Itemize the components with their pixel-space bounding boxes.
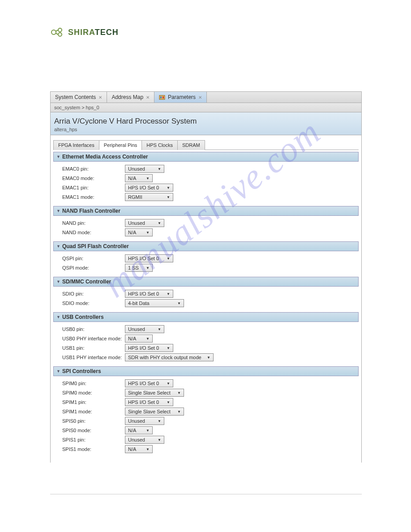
param-row: SPIM1 pin:HPS I/O Set 0▼ <box>62 398 357 406</box>
section-title: Ethernet Media Access Controller <box>62 154 148 160</box>
param-label: EMAC1 pin: <box>62 185 125 190</box>
section-header[interactable]: ▼USB Controllers <box>53 312 359 322</box>
param-label: SDIO mode: <box>62 300 125 306</box>
section-header[interactable]: ▼SPI Controllers <box>53 366 359 376</box>
param-row: SPIS1 pin:Unused▼ <box>62 436 357 444</box>
section-0: ▼Ethernet Media Access ControllerEMAC0 p… <box>53 152 359 204</box>
breadcrumb: soc_system > hps_0 <box>51 103 361 112</box>
svg-point-2 <box>58 33 62 36</box>
dropdown-value: N/A <box>128 428 136 433</box>
param-dropdown[interactable]: N/A▼ <box>125 174 153 182</box>
param-dropdown[interactable]: Unused▼ <box>125 325 164 333</box>
param-dropdown[interactable]: 1 SS▼ <box>125 264 153 272</box>
chevron-down-icon: ▼ <box>177 301 181 305</box>
param-row: SPIS0 pin:Unused▼ <box>62 417 357 425</box>
param-dropdown[interactable]: N/A▼ <box>125 445 153 453</box>
param-label: NAND pin: <box>62 220 125 226</box>
top-tab-1[interactable]: Address Map✕ <box>107 92 154 103</box>
chevron-down-icon: ▼ <box>158 327 161 331</box>
chevron-down-icon: ▼ <box>146 266 150 270</box>
sub-tab-1[interactable]: Peripheral Pins <box>99 140 142 150</box>
section-header[interactable]: ▼SD/MMC Controller <box>53 277 359 287</box>
page-subtitle: altera_hps <box>54 127 358 132</box>
param-label: USB1 pin: <box>62 345 125 351</box>
param-dropdown[interactable]: Unused▼ <box>125 436 164 444</box>
param-dropdown[interactable]: HPS I/O Set 0▼ <box>125 254 173 262</box>
param-dropdown[interactable]: HPS I/O Set 0▼ <box>125 379 173 387</box>
param-row: USB1 PHY interface mode:SDR with PHY clo… <box>62 353 357 361</box>
section-header[interactable]: ▼Quad SPI Flash Controller <box>53 241 359 251</box>
collapse-icon: ▼ <box>56 244 60 249</box>
collapse-icon: ▼ <box>56 209 60 213</box>
dropdown-value: HPS I/O Set 0 <box>128 399 159 405</box>
section-header[interactable]: ▼Ethernet Media Access Controller <box>53 152 359 162</box>
parameters-icon <box>159 94 165 100</box>
param-label: QSPI mode: <box>62 265 125 270</box>
dropdown-value: 4-bit Data <box>128 300 150 306</box>
param-dropdown[interactable]: Unused▼ <box>125 165 164 173</box>
param-label: SPIS0 mode: <box>62 428 125 433</box>
tab-label: Address Map <box>111 94 143 100</box>
chevron-down-icon: ▼ <box>167 292 170 296</box>
dropdown-value: N/A <box>128 336 136 341</box>
param-dropdown[interactable]: SDR with PHY clock output mode▼ <box>125 353 214 361</box>
title-bar: Arria V/Cyclone V Hard Processor System … <box>51 112 361 135</box>
param-dropdown[interactable]: Unused▼ <box>125 417 164 425</box>
chevron-down-icon: ▼ <box>207 356 210 360</box>
param-label: SPIS0 pin: <box>62 418 125 424</box>
tab-label: Parameters <box>168 94 196 100</box>
chevron-down-icon: ▼ <box>158 438 161 442</box>
param-label: SDIO pin: <box>62 291 125 296</box>
param-label: NAND mode: <box>62 230 125 235</box>
collapse-icon: ▼ <box>56 315 60 319</box>
dropdown-value: HPS I/O Set 0 <box>128 291 159 296</box>
sub-tab-2[interactable]: HPS Clocks <box>141 140 178 150</box>
dropdown-value: HPS I/O Set 0 <box>128 185 159 190</box>
dropdown-value: HPS I/O Set 0 <box>128 256 159 261</box>
param-dropdown[interactable]: HPS I/O Set 0▼ <box>125 398 173 406</box>
section-body: SDIO pin:HPS I/O Set 0▼SDIO mode:4-bit D… <box>53 287 359 310</box>
param-row: NAND mode:N/A▼ <box>62 228 357 236</box>
param-dropdown[interactable]: HPS I/O Set 0▼ <box>125 290 173 298</box>
sub-tab-3[interactable]: SDRAM <box>177 140 205 150</box>
dropdown-value: Unused <box>128 326 145 332</box>
collapse-icon: ▼ <box>56 369 60 373</box>
top-tab-2[interactable]: Parameters✕ <box>154 92 207 103</box>
page-title: Arria V/Cyclone V Hard Processor System <box>54 117 358 126</box>
section-title: SPI Controllers <box>62 368 101 374</box>
param-dropdown[interactable]: HPS I/O Set 0▼ <box>125 344 173 352</box>
param-row: NAND pin:Unused▼ <box>62 219 357 227</box>
dropdown-value: 1 SS <box>128 265 139 270</box>
param-label: EMAC0 pin: <box>62 166 125 172</box>
param-dropdown[interactable]: 4-bit Data▼ <box>125 299 184 307</box>
section-header[interactable]: ▼NAND Flash Controller <box>53 206 359 216</box>
close-icon[interactable]: ✕ <box>198 95 202 100</box>
section-1: ▼NAND Flash ControllerNAND pin:Unused▼NA… <box>53 206 359 240</box>
param-dropdown[interactable]: Single Slave Select▼ <box>125 408 184 416</box>
dropdown-value: N/A <box>128 446 136 452</box>
param-dropdown[interactable]: RGMII▼ <box>125 193 173 201</box>
sub-tab-0[interactable]: FPGA Interfaces <box>53 140 99 150</box>
chevron-down-icon: ▼ <box>146 447 150 451</box>
dropdown-value: N/A <box>128 230 136 235</box>
top-tab-0[interactable]: System Contents✕ <box>51 92 107 103</box>
chevron-down-icon: ▼ <box>146 231 150 235</box>
section-title: NAND Flash Controller <box>62 208 120 214</box>
sub-tab-bar: FPGA InterfacesPeripheral PinsHPS Clocks… <box>53 140 359 150</box>
dropdown-value: Unused <box>128 418 145 424</box>
param-label: EMAC1 mode: <box>62 194 125 200</box>
body-area: FPGA InterfacesPeripheral PinsHPS Clocks… <box>51 135 361 463</box>
param-dropdown[interactable]: N/A▼ <box>125 228 153 236</box>
param-label: SPIS1 pin: <box>62 437 125 442</box>
param-dropdown[interactable]: Unused▼ <box>125 219 164 227</box>
close-icon[interactable]: ✕ <box>146 95 150 100</box>
svg-line-4 <box>56 33 58 34</box>
svg-line-3 <box>56 30 58 31</box>
param-dropdown[interactable]: N/A▼ <box>125 426 153 434</box>
param-dropdown[interactable]: Single Slave Select▼ <box>125 389 184 397</box>
close-icon[interactable]: ✕ <box>98 95 102 100</box>
param-dropdown[interactable]: HPS I/O Set 0▼ <box>125 184 173 192</box>
param-dropdown[interactable]: N/A▼ <box>125 335 153 343</box>
param-row: USB1 pin:HPS I/O Set 0▼ <box>62 344 357 352</box>
param-row: SDIO pin:HPS I/O Set 0▼ <box>62 290 357 298</box>
